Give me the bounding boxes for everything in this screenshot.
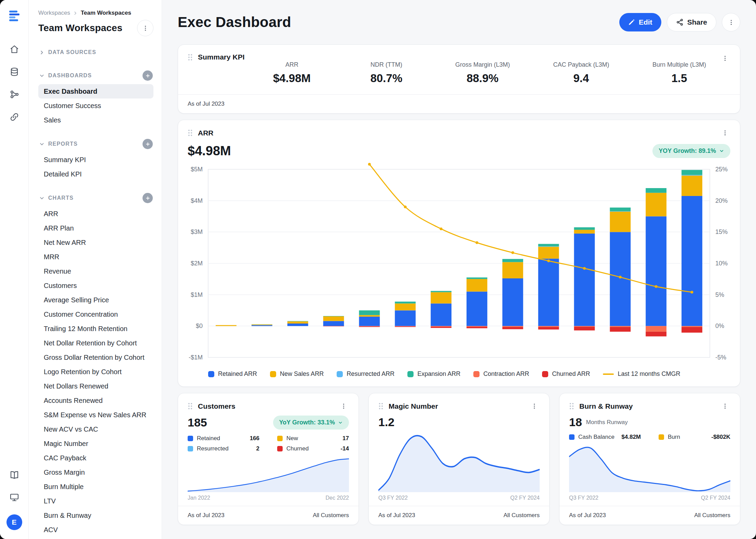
sidebar-item-arr[interactable]: ARR [38,207,153,221]
sidebar-item-gross-margin[interactable]: Gross Margin [38,465,153,479]
legend-swatch [542,371,548,377]
sidebar-item-average-selling-price[interactable]: Average Selling Price [38,293,153,307]
chevron-down-icon [39,195,45,201]
app-logo-icon[interactable] [6,8,22,25]
sidebar-item-exec-dashboard[interactable]: Exec Dashboard [38,84,153,98]
sidebar-item-logo-retention-by-cohort[interactable]: Logo Retention by Cohort [38,365,153,379]
arr-stacked-bar-chart: $5M25%$4M20%$3M15%$2M10%$1M5%$00%-$1M-5% [186,162,732,364]
sidebar-item-new-acv-vs-cac[interactable]: New ACV vs CAC [38,422,153,436]
section-header-reports[interactable]: REPORTS [39,139,153,149]
sidebar-item-mrr[interactable]: MRR [38,250,153,264]
sidebar-item-cac-payback[interactable]: CAC Payback [38,451,153,465]
customers-menu-button[interactable] [338,401,349,411]
burn-runway-card-title: Burn & Runway [579,402,633,410]
workspace-menu-button[interactable] [137,20,153,36]
sidebar-item-ltv[interactable]: LTV [38,494,153,508]
edit-button[interactable]: Edit [619,13,661,31]
legend-item-cash-balance: Cash Balance$4.82M [569,434,641,441]
magic-number-menu-button[interactable] [529,401,540,411]
data-sources-toggle[interactable]: DATA SOURCES [39,49,153,55]
drag-handle-icon[interactable] [188,53,193,61]
summary-as-of: As of Jul 2023 [178,94,740,113]
sidebar-item-customer-success[interactable]: Customer Success [38,98,153,113]
customers-legend: Retained166New17Resurrected2Churned-14 [178,430,359,453]
burn-runway-value-suffix: Months Runway [586,419,628,426]
legend-item-burn: Burn-$802K [659,434,730,441]
sidebar-item-trailing-12-month-retention[interactable]: Trailing 12 Month Retention [38,321,153,336]
sidebar-item-revenue[interactable]: Revenue [38,264,153,278]
section-label-charts: CHARTS [48,195,73,201]
share-button-label: Share [687,18,707,26]
network-icon[interactable] [5,85,24,104]
kpi-label: Burn Multiple (L3M) [652,61,706,68]
link-icon[interactable] [5,107,24,127]
sidebar-item-customers[interactable]: Customers [38,278,153,293]
desktop-icon[interactable] [5,488,24,507]
sidebar-item-net-dollars-renewed[interactable]: Net Dollars Renewed [38,379,153,393]
section-header-dashboards[interactable]: DASHBOARDS [39,70,153,81]
drag-handle-icon[interactable] [378,402,383,410]
drag-handle-icon[interactable] [188,129,193,137]
drag-handle-icon[interactable] [569,402,574,410]
sidebar-item-magic-number[interactable]: Magic Number [38,436,153,451]
sidebar-item-arr-plan[interactable]: ARR Plan [38,221,153,235]
drag-handle-icon[interactable] [188,402,193,410]
chevron-down-icon [338,420,343,425]
sidebar-item-net-dollar-retention-by-cohort[interactable]: Net Dollar Retention by Cohort [38,336,153,350]
section-label-dashboards: DASHBOARDS [48,73,92,79]
legend-label: Retained ARR [218,370,257,378]
summary-menu-button[interactable] [720,53,730,64]
kpi-value: 9.4 [553,72,609,85]
legend-swatch [188,436,193,441]
kpi-value: 88.9% [455,72,510,85]
legend-item-last-12-months-cmgr: Last 12 months CMGR [603,370,680,378]
share-button[interactable]: Share [667,13,716,31]
sidebar-item-net-new-arr[interactable]: Net New ARR [38,235,153,250]
burn-runway-chart-area [559,441,740,492]
sidebar-item-s-m-expense-vs-new-sales-arr[interactable]: S&M Expense vs New Sales ARR [38,408,153,422]
sidebar-item-burn-runway[interactable]: Burn & Runway [38,508,153,523]
sidebar-item-detailed-kpi[interactable]: Detailed KPI [38,167,153,181]
legend-swatch [188,446,193,451]
add-reports-button[interactable] [143,139,153,149]
sidebar-item-customer-concentration[interactable]: Customer Concentration [38,307,153,321]
docs-book-icon[interactable] [5,465,24,484]
summary-kpi-title: Summary KPI [198,53,245,61]
arr-chart-legend: Retained ARRNew Sales ARRResurrected ARR… [178,364,740,386]
legend-value: -14 [340,445,349,452]
pencil-icon [628,19,635,26]
x-axis-start-label: Q3 FY 2022 [378,495,408,501]
sidebar-item-burn-multiple[interactable]: Burn Multiple [38,479,153,494]
as-of-text: As of Jul 2023 [378,512,415,519]
sidebar-item-accounts-renewed[interactable]: Accounts Renewed [38,393,153,408]
user-avatar[interactable]: E [6,514,22,530]
legend-label: New [286,435,298,442]
svg-text:$3M: $3M [191,228,203,235]
sidebar-item-sales[interactable]: Sales [38,113,153,127]
svg-text:0%: 0% [715,323,724,329]
database-icon[interactable] [5,62,24,81]
add-charts-button[interactable] [143,193,153,203]
sidebar-item-acv[interactable]: ACV [38,523,153,537]
legend-label: Resurrected ARR [347,370,394,378]
svg-text:$5M: $5M [191,166,203,173]
sidebar-item-gross-dollar-retention-by-cohort[interactable]: Gross Dollar Retention by Cohort [38,350,153,365]
breadcrumb-workspaces[interactable]: Workspaces [38,10,70,16]
dashboard-menu-button[interactable] [722,13,740,31]
legend-item-retained-arr: Retained ARR [208,370,257,378]
nav-list-charts: ARRARR PlanNet New ARRMRRRevenueCustomer… [38,207,153,537]
section-header-charts[interactable]: CHARTS [39,193,153,203]
burn-runway-x-axis: Q3 FY 2022 Q2 FY 2024 [559,492,740,506]
legend-swatch [337,371,343,377]
kpi-label: NDR (TTM) [361,61,412,68]
arr-menu-button[interactable] [720,128,730,138]
home-icon[interactable] [5,40,24,59]
kpi-burn-multiple-l3m: Burn Multiple (L3M)1.5 [652,61,706,85]
sidebar-item-summary-kpi[interactable]: Summary KPI [38,153,153,167]
legend-item-churned-arr: Churned ARR [542,370,590,378]
legend-line-swatch [603,373,614,375]
add-dashboards-button[interactable] [143,70,153,81]
customers-growth-badge[interactable]: YoY Growth: 33.1% [273,416,349,430]
arr-growth-badge[interactable]: YOY Growth: 89.1% [652,144,730,158]
burn-runway-menu-button[interactable] [720,401,730,411]
